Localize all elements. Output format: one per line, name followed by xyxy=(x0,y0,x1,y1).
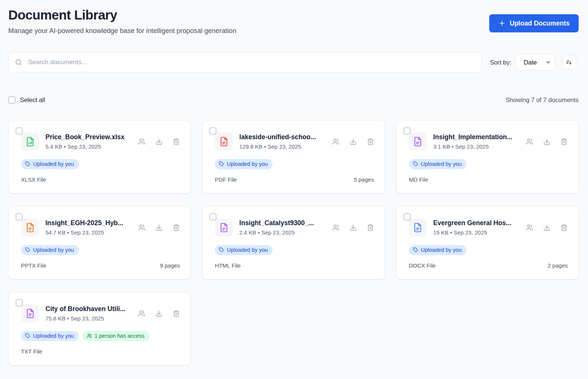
badge-row: Uploaded by you xyxy=(21,159,180,169)
uploaded-by-badge: Uploaded by you xyxy=(21,159,79,169)
delete-button[interactable] xyxy=(367,138,374,145)
toolbar: Sort by: Date xyxy=(8,52,579,72)
share-access-button[interactable] xyxy=(526,138,533,145)
page-title: Document Library xyxy=(8,7,236,23)
card-head: Price_Book_Preview.xlsx 5.4 KB • Sep 23,… xyxy=(21,132,180,150)
file-lines-icon xyxy=(409,132,427,150)
sort-order-button[interactable] xyxy=(562,55,576,69)
download-icon xyxy=(155,310,163,317)
users-icon xyxy=(87,333,92,338)
tag-icon xyxy=(219,247,224,253)
delete-button[interactable] xyxy=(561,138,568,145)
sort-select[interactable]: Date xyxy=(516,54,555,71)
users-icon xyxy=(138,224,145,231)
download-icon xyxy=(350,138,357,145)
uploaded-by-badge-label: Uploaded by you xyxy=(33,333,74,339)
document-title: Insight_EGH-2025_Hyb... xyxy=(45,219,133,227)
uploaded-by-badge-label: Uploaded by you xyxy=(421,247,462,253)
share-access-button[interactable] xyxy=(332,138,339,145)
file-type-label: MD File xyxy=(409,176,428,183)
card-actions xyxy=(332,138,374,145)
select-all-control[interactable]: Select all xyxy=(8,96,45,104)
card-actions xyxy=(332,224,374,231)
page-count: 9 pages xyxy=(160,262,180,269)
delete-button[interactable] xyxy=(561,224,568,231)
delete-button[interactable] xyxy=(173,224,180,231)
file-lines-icon xyxy=(21,304,39,322)
search-box xyxy=(8,52,482,72)
card-actions xyxy=(138,224,180,231)
file-chart-icon xyxy=(21,132,39,150)
sort-group: Sort by: Date xyxy=(490,54,576,71)
card-footer: PPTX File 9 pages xyxy=(21,262,180,269)
download-icon xyxy=(543,224,550,231)
document-card: Insight_Catalyst9300_... 2.4 KB • Sep 23… xyxy=(202,206,384,280)
download-button[interactable] xyxy=(543,138,550,145)
uploaded-by-badge-label: Uploaded by you xyxy=(421,161,462,167)
file-lines-icon xyxy=(215,218,233,236)
document-checkbox[interactable] xyxy=(210,214,216,220)
download-button[interactable] xyxy=(155,224,163,231)
document-checkbox[interactable] xyxy=(16,299,23,306)
share-access-button[interactable] xyxy=(332,224,339,231)
document-title: Insight_Catalyst9300_... xyxy=(239,219,327,227)
select-all-checkbox[interactable] xyxy=(8,96,15,104)
download-button[interactable] xyxy=(350,224,357,231)
share-access-button[interactable] xyxy=(526,224,533,231)
download-button[interactable] xyxy=(155,310,163,317)
file-info: Insight_Implementation... 3.1 KB • Sep 2… xyxy=(433,133,521,150)
document-checkbox[interactable] xyxy=(210,128,216,134)
users-icon xyxy=(138,138,145,145)
document-title: Evergreen General Hos... xyxy=(433,219,521,227)
card-head: Insight_Implementation... 3.1 KB • Sep 2… xyxy=(409,132,568,150)
trash-icon xyxy=(367,138,374,145)
uploaded-by-badge: Uploaded by you xyxy=(409,159,467,169)
uploaded-by-badge: Uploaded by you xyxy=(215,245,273,255)
delete-button[interactable] xyxy=(173,310,180,317)
document-title: City of Brookhaven Utili... xyxy=(45,305,133,313)
download-button[interactable] xyxy=(350,138,357,145)
download-button[interactable] xyxy=(543,224,550,231)
card-footer: TXT File xyxy=(21,348,180,355)
file-lines-icon xyxy=(215,132,233,150)
download-icon xyxy=(350,224,357,231)
tag-icon xyxy=(25,333,30,338)
document-checkbox[interactable] xyxy=(16,214,23,220)
select-all-label: Select all xyxy=(20,96,45,104)
page-subtitle: Manage your AI-powered knowledge base fo… xyxy=(8,27,236,35)
access-badge: 1 person has access xyxy=(83,331,149,341)
card-actions xyxy=(526,138,568,145)
document-checkbox[interactable] xyxy=(16,128,23,134)
document-checkbox[interactable] xyxy=(404,128,410,134)
page-header: Document Library Manage your AI-powered … xyxy=(8,7,579,35)
document-checkbox[interactable] xyxy=(404,214,410,220)
search-input[interactable] xyxy=(8,52,482,72)
file-lines-icon xyxy=(21,218,39,236)
uploaded-by-badge: Uploaded by you xyxy=(21,245,79,255)
card-head: lakeside-unified-schoo... 129.8 KB • Sep… xyxy=(215,132,374,150)
card-footer: PDF File 5 pages xyxy=(215,176,374,183)
document-library-page: Document Library Manage your AI-powered … xyxy=(0,0,588,379)
trash-icon xyxy=(173,224,180,231)
delete-button[interactable] xyxy=(173,138,180,145)
upload-documents-button[interactable]: Upload Documents xyxy=(489,14,579,32)
tag-icon xyxy=(219,161,224,167)
download-icon xyxy=(155,224,163,231)
sort-by-label: Sort by: xyxy=(490,59,511,66)
share-access-button[interactable] xyxy=(138,224,145,231)
download-button[interactable] xyxy=(155,138,163,145)
share-access-button[interactable] xyxy=(138,138,145,145)
card-footer: MD File xyxy=(409,176,568,183)
file-type-label: PPTX File xyxy=(21,262,47,269)
header-text: Document Library Manage your AI-powered … xyxy=(8,7,236,35)
document-title: lakeside-unified-schoo... xyxy=(239,133,327,141)
document-meta: 3.1 KB • Sep 23, 2025 xyxy=(433,143,521,150)
delete-button[interactable] xyxy=(367,224,374,231)
uploaded-by-badge-label: Uploaded by you xyxy=(33,161,74,167)
share-access-button[interactable] xyxy=(138,310,145,317)
tag-icon xyxy=(25,161,30,167)
file-type-label: DOCX File xyxy=(409,262,436,269)
document-card: Evergreen General Hos... 15 KB • Sep 23,… xyxy=(396,206,579,280)
users-icon xyxy=(332,224,339,231)
users-icon xyxy=(526,138,533,145)
